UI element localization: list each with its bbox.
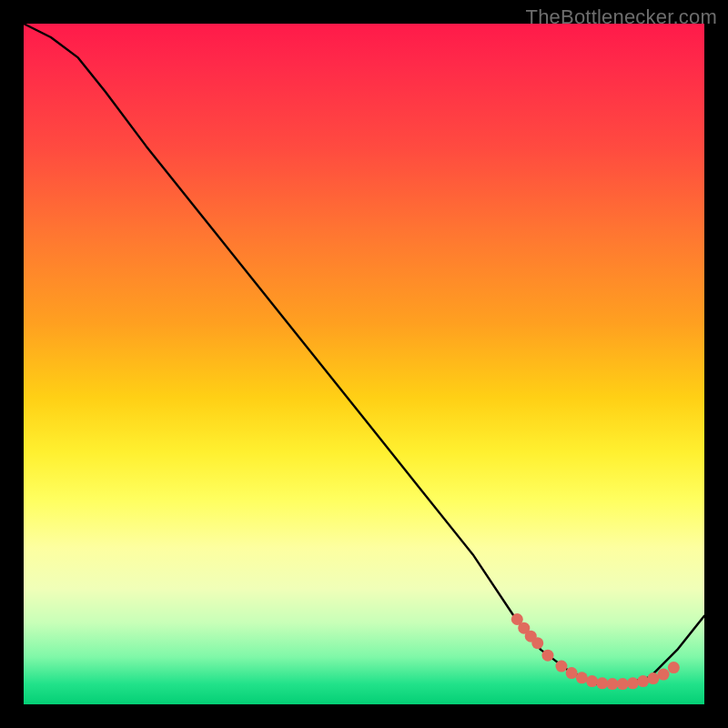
highlight-dot [607,678,619,690]
curve-line [24,24,704,684]
highlight-dot [541,650,553,662]
highlight-dot [555,661,567,672]
plot-area [24,24,704,704]
highlight-dot [576,672,588,683]
highlight-dot [658,669,670,681]
highlight-dot [596,677,608,689]
highlight-dot [637,675,649,687]
highlight-dot [647,672,659,684]
highlight-dot [586,675,598,687]
highlight-dot [617,678,629,690]
highlight-dot [627,677,639,689]
highlight-dot [531,637,543,649]
highlight-dot [566,667,578,679]
chart-frame: TheBottlenecker.com [0,0,728,728]
highlight-dot [668,662,680,673]
chart-svg [24,24,704,704]
attribution-label: TheBottlenecker.com [526,5,717,29]
